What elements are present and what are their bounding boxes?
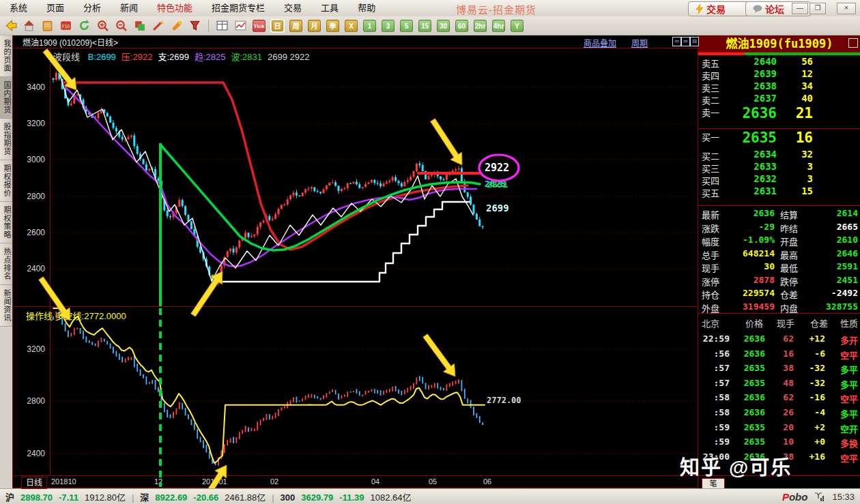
period-button-周[interactable]: 周 [289, 20, 302, 32]
annotation-arrow-3 [39, 277, 70, 321]
minimize-icon: — [797, 4, 803, 12]
tape-volume: 38 [783, 363, 794, 373]
tape-row-7: :59 2635 10 +0 多换 [698, 436, 860, 451]
bid-volume: 15 [801, 186, 813, 196]
period-button-30[interactable]: 30 [437, 20, 450, 32]
menu-item-0[interactable]: 系统 [0, 0, 37, 16]
period-button-3[interactable]: 3 [382, 20, 395, 32]
tape-time: :59 [700, 422, 730, 432]
menu-item-6[interactable]: 交易 [274, 0, 311, 16]
ask-volume: 40 [801, 93, 813, 104]
tape-oi-change: -32 [809, 378, 825, 388]
menu-item-3[interactable]: 新闻 [111, 0, 147, 16]
menu-item-1[interactable]: 页面 [37, 0, 74, 16]
quote-value: 229574 [743, 288, 775, 298]
minimize-button[interactable]: — [792, 3, 808, 14]
menu-item-8[interactable]: 帮助 [348, 0, 385, 16]
watermark: 知乎 @可乐 [680, 451, 792, 480]
sell-ratio-bar [698, 53, 745, 55]
status-item-11: 3629.79 [301, 492, 333, 503]
close-button[interactable]: × [837, 3, 856, 14]
bid-row-5[interactable]: 买五 2631 15 [698, 186, 860, 198]
period-button-X[interactable]: X [345, 20, 358, 32]
quote-value: 328755 [826, 301, 858, 312]
menu-item-4[interactable]: 特色功能 [147, 0, 202, 16]
zoom-in-icon[interactable] [96, 19, 109, 32]
kline-icon[interactable] [234, 19, 247, 32]
quote-table-icon[interactable] [216, 19, 229, 32]
alert-icon[interactable] [170, 19, 183, 32]
sidebar-tab-4[interactable]: 期权策略 [0, 202, 12, 243]
forum-button-label: 论坛 [765, 2, 784, 16]
filter-icon[interactable] [188, 19, 201, 32]
period-button-Tick[interactable]: Tick [253, 20, 266, 32]
sidebar-tab-0[interactable]: 我的页面 [0, 35, 12, 77]
back-icon[interactable] [4, 19, 17, 32]
ask-volume: 12 [801, 68, 813, 79]
home-icon[interactable] [23, 19, 35, 32]
menu-item-2[interactable]: 分析 [74, 0, 111, 16]
quote-row-5: 涨停 2878 跌停 2451 [698, 275, 860, 288]
f10-icon[interactable]: F10 [59, 19, 72, 32]
bid-volume: 32 [801, 149, 813, 160]
ask-price: 2637 [754, 93, 777, 104]
bid-row-1[interactable]: 买一 2635 16 [698, 130, 860, 147]
bid-row-3[interactable]: 买三 2633 3 [698, 161, 860, 173]
tape-oi-change: -4 [814, 407, 825, 417]
period-button-60[interactable]: 60 [455, 20, 468, 32]
maximize-icon: ❐ [815, 4, 821, 12]
ask-price: 2636 [742, 105, 777, 121]
ask-row-5[interactable]: 卖五 2640 56 [698, 56, 860, 68]
period-button-Y[interactable]: Y [511, 20, 524, 32]
period-button-月[interactable]: 月 [308, 20, 321, 32]
ask-row-2[interactable]: 卖二 2637 40 [698, 93, 860, 105]
chart-region[interactable]: 燃油1909 (010209)<日线> 商品叠加 周期 ⇦ ⇨ ⊟ 波段线 B:… [13, 35, 698, 488]
tape-nature: 多平 [840, 378, 858, 391]
sidebar-tab-2[interactable]: 股指期货 [0, 119, 12, 160]
bid-price: 2632 [754, 173, 777, 184]
quote-label: 最新 [702, 208, 719, 221]
ask-label: 卖一 [702, 106, 719, 119]
annotation-arrow-5 [201, 465, 227, 488]
period-button-4hr[interactable]: 4hr [492, 20, 505, 32]
refresh-icon[interactable] [78, 19, 91, 32]
ask-price: 2639 [754, 68, 777, 79]
sidebar-tab-3[interactable]: 期权报价 [0, 160, 12, 202]
sidebar-tab-5[interactable]: 热点排名 [0, 243, 12, 285]
period-button-日[interactable]: 日 [271, 20, 284, 32]
quote-value: -1.09% [743, 235, 775, 245]
svg-text:F10: F10 [62, 24, 70, 29]
menu-item-7[interactable]: 工具 [311, 0, 348, 16]
zoom-out-icon[interactable] [115, 19, 128, 32]
note-icon[interactable] [41, 19, 54, 32]
maximize-button[interactable]: ❐ [809, 3, 826, 14]
period-button-5[interactable]: 5 [400, 20, 413, 32]
period-button-15[interactable]: 15 [418, 20, 431, 32]
sidebar-tab-1[interactable]: 国内期货 [0, 77, 12, 119]
quote-label: 最高 [780, 248, 798, 261]
quote-panel: 燃油1909(fu1909) 卖五 2640 56卖四 2639 12卖三 26… [698, 35, 860, 488]
quote-value: -2492 [831, 288, 858, 298]
quote-label: 内盘 [780, 301, 798, 314]
quote-label: 开盘 [780, 235, 798, 248]
status-item-12: -11.39 [339, 492, 364, 503]
quote-value: 2665 [837, 222, 858, 232]
panel-maximize-icon[interactable] [848, 38, 858, 48]
draw-icon[interactable] [152, 19, 164, 32]
overlay-icon[interactable] [133, 19, 146, 32]
contract-title[interactable]: 燃油1909(fu1909) [698, 35, 860, 52]
period-button-季[interactable]: 季 [326, 20, 339, 32]
ask-row-4[interactable]: 卖四 2639 12 [698, 68, 860, 80]
period-button-1[interactable]: 1 [363, 20, 376, 32]
period-button-2hr[interactable]: 2hr [474, 20, 487, 32]
bid-row-4[interactable]: 买四 2632 3 [698, 173, 860, 186]
tape-volume: 62 [783, 333, 794, 344]
quote-value: 2610 [837, 235, 858, 245]
bid-row-2[interactable]: 买二 2634 32 [698, 149, 860, 161]
sidebar-tab-6[interactable]: 新闻资讯 [0, 285, 12, 327]
bid-price: 2631 [754, 186, 777, 196]
toolbar: F10Tick日周月季X1351530602hr4hrY [0, 16, 860, 35]
ask-row-3[interactable]: 卖三 2638 34 [698, 80, 860, 93]
menu-item-5[interactable]: 招金期货专栏 [202, 0, 274, 16]
ask-row-1[interactable]: 卖一 2636 21 [698, 105, 860, 123]
